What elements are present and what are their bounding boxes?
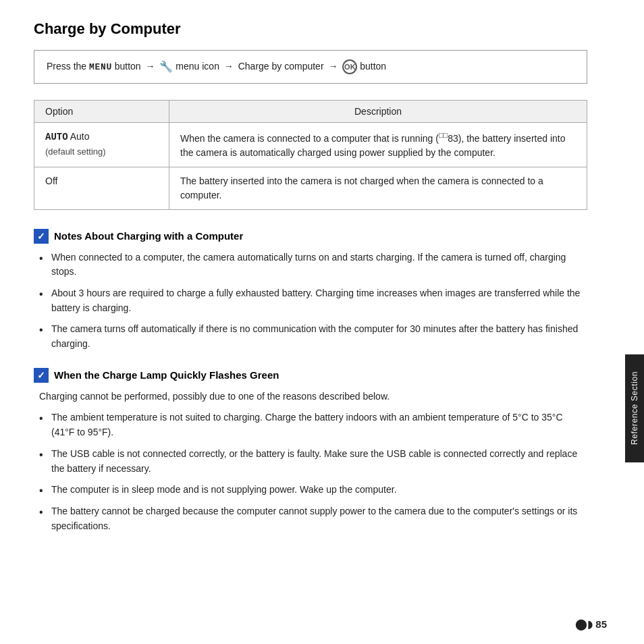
list-item: The battery cannot be charged because th… [39, 504, 587, 533]
lamp-intro: Charging cannot be performed, possibly d… [34, 390, 587, 404]
check-icon-lamp: ✓ [34, 368, 49, 383]
table-header-description: Description [169, 101, 587, 123]
page-title: Charge by Computer [34, 20, 587, 38]
list-item: About 3 hours are required to charge a f… [39, 286, 587, 315]
auto-label: AUTO [45, 132, 68, 142]
lamp-section-title: When the Charge Lamp Quickly Flashes Gre… [54, 369, 279, 381]
lamp-section: ✓ When the Charge Lamp Quickly Flashes G… [34, 368, 587, 534]
list-item: The camera turns off automatically if th… [39, 322, 587, 351]
table-cell-option-off: Off [34, 167, 169, 209]
arrow-3: → [328, 61, 338, 72]
instruction-charge-text: Charge by computer [238, 61, 324, 72]
table-row: Off The battery inserted into the camera… [34, 167, 587, 209]
lamp-section-header: ✓ When the Charge Lamp Quickly Flashes G… [34, 368, 587, 383]
arrow-2: → [224, 61, 234, 72]
page-number: 85 [595, 618, 607, 630]
table-header-option: Option [34, 101, 169, 123]
instruction-prefix: Press the [47, 61, 86, 72]
lamp-bullet-list: The ambient temperature is not suited to… [34, 410, 587, 533]
side-tab-label: Reference Section [630, 371, 639, 445]
instruction-box: Press the MENU button → 🔧 menu icon → Ch… [34, 50, 587, 84]
list-item: The computer is in sleep mode and is not… [39, 483, 587, 498]
table-cell-desc-off: The battery inserted into the camera is … [169, 167, 587, 209]
arrow-1: → [146, 61, 155, 72]
notes-charging-section: ✓ Notes About Charging with a Computer W… [34, 229, 587, 352]
table-row: AUTO Auto (default setting) When the cam… [34, 123, 587, 167]
notes-charging-title: Notes About Charging with a Computer [54, 230, 243, 242]
auto-sub: Auto [70, 131, 90, 142]
table-cell-desc-auto: When the camera is connected to a comput… [169, 123, 587, 167]
list-item: The USB cable is not connected correctly… [39, 447, 587, 476]
camera-icon: ⬤◗ [575, 618, 593, 630]
options-table: Option Description AUTO Auto (default se… [34, 100, 587, 210]
menu-label: MENU [89, 62, 112, 72]
ok-button-icon: OK [342, 59, 357, 74]
side-tab: Reference Section [625, 354, 644, 462]
list-item: When connected to a computer, the camera… [39, 250, 587, 279]
default-setting: (default setting) [45, 146, 106, 157]
page-footer: ⬤◗ 85 [575, 618, 607, 630]
table-cell-option-auto: AUTO Auto (default setting) [34, 123, 169, 167]
wrench-icon: 🔧 [159, 61, 173, 72]
check-icon-notes: ✓ [34, 229, 49, 244]
list-item: The ambient temperature is not suited to… [39, 410, 587, 439]
notes-charging-list: When connected to a computer, the camera… [34, 250, 587, 352]
instruction-button-word: button [115, 61, 141, 72]
notes-charging-header: ✓ Notes About Charging with a Computer [34, 229, 587, 244]
